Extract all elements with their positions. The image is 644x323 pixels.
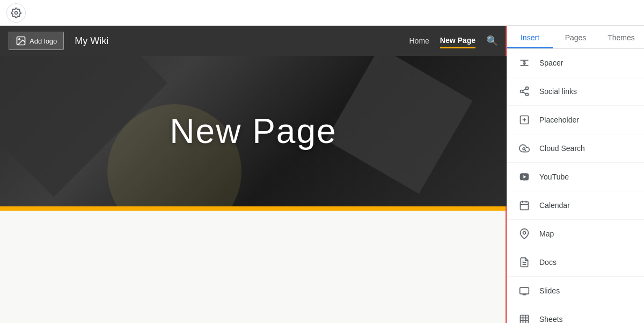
- insert-slides[interactable]: Slides: [507, 277, 644, 305]
- main-layout: Add logo My Wiki Home New Page 🔍 New Pag: [0, 26, 644, 323]
- social-links-label: Social links: [539, 87, 577, 96]
- cloud-search-icon: [518, 142, 531, 155]
- sheets-icon: [518, 313, 531, 323]
- svg-line-9: [523, 92, 526, 94]
- insert-placeholder[interactable]: Placeholder: [507, 106, 644, 134]
- search-icon[interactable]: 🔍: [486, 35, 498, 47]
- preview-area: Add logo My Wiki Home New Page 🔍 New Pag: [0, 26, 507, 323]
- right-panel: Insert Pages Themes: [507, 26, 644, 323]
- site-frame: Add logo My Wiki Home New Page 🔍 New Pag: [0, 26, 507, 323]
- svg-point-14: [523, 148, 525, 150]
- nav-new-page[interactable]: New Page: [440, 34, 475, 48]
- site-title: My Wiki: [75, 35, 108, 47]
- calendar-icon: [518, 199, 531, 212]
- insert-youtube[interactable]: YouTube: [507, 163, 644, 191]
- insert-calendar[interactable]: Calendar: [507, 191, 644, 220]
- hero-section: New Page: [0, 56, 507, 206]
- add-logo-label: Add logo: [30, 37, 57, 45]
- gear-icon: [11, 8, 21, 18]
- tab-themes[interactable]: Themes: [598, 26, 644, 48]
- svg-rect-16: [521, 202, 529, 210]
- site-nav: Add logo My Wiki Home New Page 🔍: [0, 26, 507, 56]
- image-icon: [16, 35, 26, 46]
- svg-rect-27: [521, 315, 529, 324]
- svg-point-8: [526, 93, 529, 96]
- svg-line-15: [525, 150, 526, 151]
- svg-line-10: [523, 89, 526, 90]
- slides-label: Slides: [539, 286, 560, 295]
- calendar-label: Calendar: [539, 201, 570, 210]
- top-bar: [0, 0, 644, 26]
- svg-point-2: [19, 39, 20, 40]
- tab-pages[interactable]: Pages: [553, 26, 598, 48]
- svg-rect-24: [520, 288, 529, 294]
- docs-icon: [518, 256, 531, 269]
- placeholder-icon: [518, 113, 531, 126]
- add-logo-button[interactable]: Add logo: [9, 32, 64, 50]
- content-area: [0, 211, 507, 323]
- insert-spacer[interactable]: Spacer: [507, 49, 644, 77]
- spacer-label: Spacer: [539, 59, 563, 67]
- map-label: Map: [539, 229, 554, 238]
- svg-point-0: [15, 11, 18, 14]
- sheets-label: Sheets: [539, 315, 563, 323]
- site-nav-right: Home New Page 🔍: [409, 34, 499, 48]
- docs-label: Docs: [539, 258, 557, 267]
- tab-insert[interactable]: Insert: [507, 26, 553, 48]
- panel-items: Spacer Social links: [507, 49, 644, 323]
- svg-point-7: [521, 90, 523, 93]
- yellow-bar: [0, 206, 507, 211]
- bg-shape-3: [326, 56, 472, 194]
- slides-icon: [518, 284, 531, 297]
- svg-point-20: [523, 232, 526, 234]
- panel-tabs: Insert Pages Themes: [507, 26, 644, 49]
- insert-docs[interactable]: Docs: [507, 248, 644, 277]
- nav-home[interactable]: Home: [409, 34, 429, 47]
- social-links-icon: [518, 85, 531, 98]
- site-nav-left: Add logo My Wiki: [9, 32, 108, 50]
- insert-social-links[interactable]: Social links: [507, 77, 644, 106]
- insert-sheets[interactable]: Sheets: [507, 305, 644, 323]
- youtube-label: YouTube: [539, 173, 569, 181]
- spacer-icon: [518, 56, 531, 69]
- map-icon: [518, 227, 531, 240]
- hero-title: New Page: [170, 111, 336, 151]
- svg-point-6: [526, 87, 529, 90]
- placeholder-label: Placeholder: [539, 116, 579, 124]
- cloud-search-label: Cloud Search: [539, 144, 585, 153]
- insert-cloud-search[interactable]: Cloud Search: [507, 134, 644, 163]
- insert-map[interactable]: Map: [507, 220, 644, 248]
- settings-button[interactable]: [6, 3, 26, 23]
- youtube-icon: [518, 170, 531, 183]
